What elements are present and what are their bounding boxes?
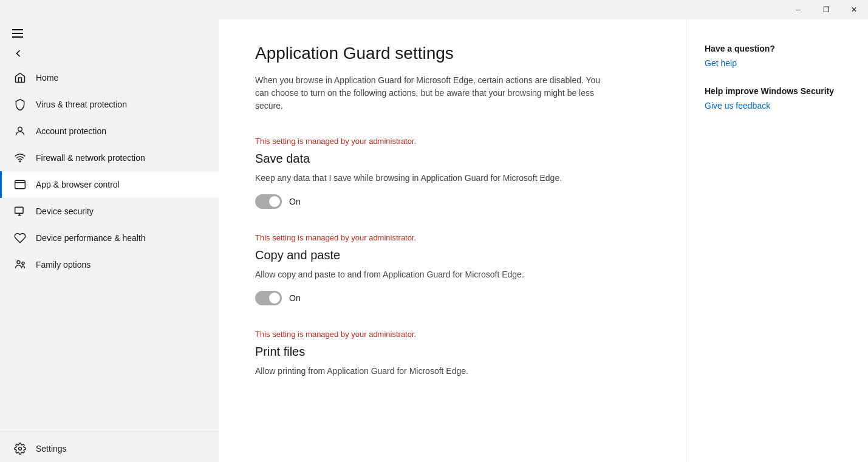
browser-icon [14,178,26,191]
save-data-toggle-label: On [289,197,301,206]
copy-paste-toggle-thumb [269,293,280,304]
save-data-title: Save data [255,152,649,166]
sidebar-item-home-label: Home [36,73,58,83]
sidebar: Home Virus & threat protection Account p… [0,19,219,462]
sidebar-item-device-security-label: Device security [36,206,94,216]
copy-paste-toggle[interactable] [255,291,282,305]
copy-paste-toggle-row: On [255,291,649,305]
save-data-section: This setting is managed by your administ… [255,137,649,209]
copy-paste-title: Copy and paste [255,248,649,262]
get-help-link[interactable]: Get help [705,58,850,68]
print-files-description: Allow printing from Application Guard fo… [255,365,595,378]
maximize-button[interactable]: ❐ [812,0,840,19]
print-files-section: This setting is managed by your administ… [255,330,649,378]
sidebar-item-firewall[interactable]: Firewall & network protection [0,144,219,171]
title-bar: ─ ❐ ✕ [0,0,868,19]
hamburger-line-2 [12,33,23,34]
page-title: Application Guard settings [255,44,649,63]
shield-icon [14,98,26,110]
svg-rect-2 [15,180,26,188]
svg-point-0 [18,127,22,131]
sidebar-bottom: Settings [0,432,219,462]
wifi-icon [14,152,26,164]
svg-point-7 [17,260,20,263]
sidebar-item-virus[interactable]: Virus & threat protection [0,91,219,118]
sidebar-item-firewall-label: Firewall & network protection [36,153,145,163]
sidebar-item-home[interactable]: Home [0,64,219,91]
close-button[interactable]: ✕ [840,0,868,19]
copy-paste-admin-notice: This setting is managed by your administ… [255,233,649,242]
sidebar-item-account[interactable]: Account protection [0,118,219,144]
save-data-admin-notice: This setting is managed by your administ… [255,137,649,146]
sidebar-item-app-browser-label: App & browser control [36,180,120,189]
hamburger-line-3 [12,36,23,38]
svg-point-1 [19,161,21,162]
minimize-button[interactable]: ─ [784,0,812,19]
svg-point-9 [19,447,22,450]
home-icon [14,72,26,84]
feedback-link[interactable]: Give us feedback [705,101,850,110]
app-container: Home Virus & threat protection Account p… [0,19,868,462]
sidebar-item-device-perf-label: Device performance & health [36,233,146,243]
copy-paste-section: This setting is managed by your administ… [255,233,649,305]
svg-point-8 [22,262,24,264]
sidebar-item-device-perf[interactable]: Device performance & health [0,225,219,251]
save-data-toggle-thumb [269,196,280,207]
save-data-toggle-track [255,194,282,209]
improve-title: Help improve Windows Security [705,86,850,96]
sidebar-item-settings[interactable]: Settings [0,435,219,462]
sidebar-item-settings-label: Settings [36,444,67,454]
copy-paste-toggle-label: On [289,293,301,303]
copy-paste-description: Allow copy and paste to and from Applica… [255,268,595,281]
family-icon [14,259,26,271]
page-description: When you browse in Application Guard for… [255,74,607,112]
hamburger-line-1 [12,29,23,30]
main-content: Application Guard settings When you brow… [219,19,686,462]
back-button[interactable] [0,42,219,64]
gear-icon [14,443,26,455]
sidebar-item-virus-label: Virus & threat protection [36,100,127,109]
sidebar-item-family-label: Family options [36,260,91,270]
hamburger-button[interactable] [9,25,219,41]
have-question-title: Have a question? [705,44,850,53]
save-data-toggle[interactable] [255,194,282,209]
svg-rect-4 [15,207,23,213]
sidebar-item-app-browser[interactable]: App & browser control [0,171,219,198]
print-files-title: Print files [255,345,649,359]
sidebar-item-account-label: Account protection [36,126,106,136]
copy-paste-toggle-track [255,291,282,305]
sidebar-item-device-security[interactable]: Device security [0,198,219,225]
save-data-toggle-row: On [255,194,649,209]
device-icon [14,205,26,217]
save-data-description: Keep any data that I save while browsing… [255,172,595,185]
sidebar-item-family[interactable]: Family options [0,251,219,278]
back-icon [12,47,24,59]
print-files-admin-notice: This setting is managed by your administ… [255,330,649,339]
heart-icon [14,232,26,244]
right-panel: Have a question? Get help Help improve W… [686,19,868,462]
person-icon [14,125,26,137]
